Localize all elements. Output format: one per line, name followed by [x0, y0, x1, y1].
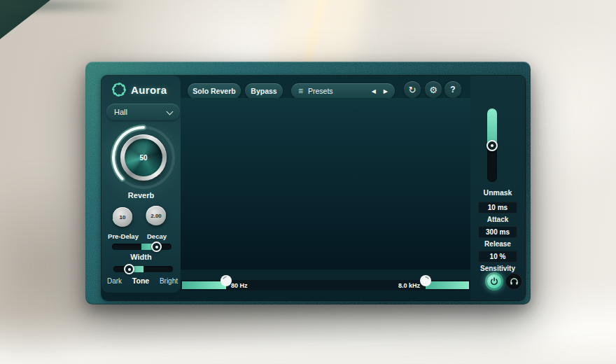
- release-value[interactable]: 300 ms: [478, 226, 517, 238]
- reverb-label: Reverb: [102, 191, 181, 200]
- decay-value: 2.00: [150, 213, 162, 219]
- unmask-slider-thumb[interactable]: [486, 140, 498, 151]
- tone-slider[interactable]: [113, 266, 173, 272]
- plugin-panel: Aurora Hall 50 Reverb 10: [102, 76, 525, 300]
- power-icon: [490, 277, 498, 286]
- room-type-dropdown[interactable]: Hall: [106, 104, 180, 120]
- reverb-knob[interactable]: 50: [120, 134, 167, 181]
- sidebar-panel: Aurora Hall 50 Reverb 10: [102, 76, 181, 293]
- wallpaper-corner: [0, 0, 126, 11]
- solo-reverb-button[interactable]: Solo Reverb: [188, 83, 241, 99]
- room-type-value: Hall: [114, 108, 127, 116]
- brand: Aurora: [111, 82, 167, 97]
- tone-label: Tone: [132, 276, 149, 285]
- tone-bright-label: Bright: [160, 277, 178, 285]
- preset-prev-button[interactable]: ◀: [372, 88, 376, 94]
- help-button[interactable]: ?: [444, 81, 461, 98]
- release-label: Release: [470, 240, 525, 248]
- chevron-down-icon: [167, 108, 174, 115]
- predelay-value: 10: [120, 214, 126, 220]
- attack-value[interactable]: 10 ms: [478, 202, 517, 214]
- sensitivity-label: Sensitivity: [470, 265, 525, 272]
- headphones-icon: [510, 277, 519, 286]
- preset-next-button[interactable]: ▶: [384, 88, 388, 94]
- unmask-panel: Unmask 10 ms Attack 300 ms Release 10 % …: [470, 76, 525, 300]
- preset-list-icon: ≡: [298, 86, 303, 96]
- sensitivity-value[interactable]: 10 %: [478, 251, 517, 262]
- decay-knob[interactable]: 2.00: [146, 206, 166, 225]
- width-slider-thumb[interactable]: [151, 241, 162, 252]
- headphones-button[interactable]: [505, 273, 522, 290]
- presets-label: Presets: [308, 87, 333, 95]
- reverb-knob-face: 50: [125, 139, 162, 176]
- history-button[interactable]: ↻: [404, 81, 421, 98]
- aurora-plugin-window: Aurora Hall 50 Reverb 10: [85, 62, 531, 304]
- decay-label: Decay: [139, 232, 174, 240]
- low-cut-handle[interactable]: [220, 274, 232, 287]
- predelay-knob[interactable]: 10: [113, 207, 132, 227]
- high-cut-bar: [426, 281, 469, 289]
- unmask-eq-graph: [181, 98, 470, 270]
- high-cut-handle[interactable]: [419, 274, 432, 287]
- unmask-power-button[interactable]: [485, 272, 503, 290]
- width-slider[interactable]: [112, 244, 172, 250]
- settings-gear-button[interactable]: ⚙: [425, 81, 442, 98]
- reverb-value: 50: [139, 154, 147, 162]
- eq-spectrum-canvas: [181, 98, 470, 270]
- tone-dark-label: Dark: [107, 277, 122, 285]
- unmask-label: Unmask: [470, 188, 525, 197]
- predelay-label: Pre-Delay: [102, 232, 145, 240]
- low-cut-value: 80 Hz: [231, 282, 248, 289]
- bypass-button[interactable]: Bypass: [245, 83, 283, 99]
- aurora-swirl-icon: [111, 82, 127, 97]
- high-cut-value: 8.0 kHz: [370, 282, 420, 289]
- wallpaper-corner: [0, 0, 50, 39]
- attack-label: Attack: [470, 216, 525, 223]
- tone-slider-thumb[interactable]: [124, 264, 134, 274]
- presets-bar[interactable]: ≡ Presets ◀ ▶: [291, 83, 395, 99]
- plugin-title: Aurora: [131, 84, 167, 96]
- width-label: Width: [102, 253, 181, 261]
